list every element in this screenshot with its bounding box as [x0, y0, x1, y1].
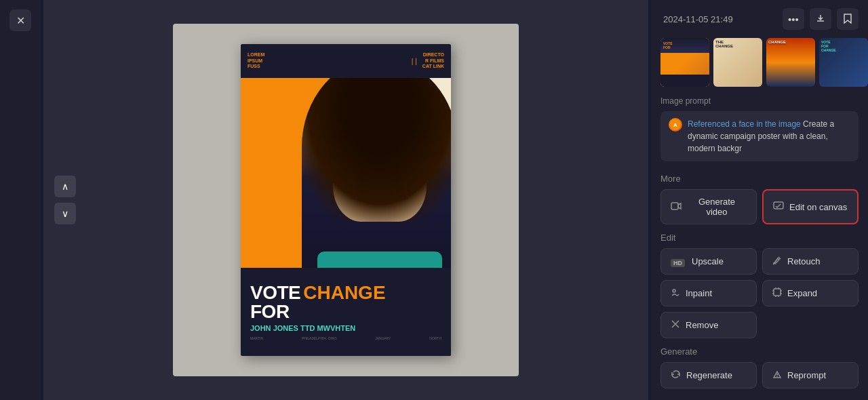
canvas-icon [773, 201, 784, 213]
image-prompt-label: Image prompt [660, 96, 859, 106]
hd-icon: HD [671, 256, 686, 267]
vote-for-text: VOTEFOR [250, 283, 300, 321]
chevron-up-icon: ∧ [62, 181, 68, 192]
download-button[interactable] [810, 8, 831, 30]
thumbnail-2[interactable]: THECHANGE [713, 38, 762, 87]
svg-rect-5 [774, 289, 781, 296]
svg-rect-2 [671, 203, 678, 209]
left-sidebar: ✕ [0, 0, 41, 400]
edit-on-canvas-button[interactable]: Edit on canvas [762, 189, 859, 224]
close-button[interactable]: ✕ [9, 9, 31, 31]
upscale-button[interactable]: HD Upscale [660, 248, 757, 275]
nav-buttons: ∧ ∨ [54, 176, 76, 224]
video-icon [671, 201, 682, 213]
prompt-highlight: Referenced a face in the image [688, 119, 801, 129]
edit-section-header: Edit [651, 230, 868, 248]
remove-label: Remove [686, 320, 718, 330]
poster-top-right: DIRECTOR FILMSCAT LINK [422, 52, 444, 69]
generate-section-header: Generate [651, 344, 868, 362]
retouch-button[interactable]: Retouch [762, 248, 859, 275]
retouch-icon [772, 256, 782, 267]
generate-video-button[interactable]: Generate video [660, 189, 757, 224]
thumbnail-4[interactable]: VOTEFORCHANGE [819, 38, 868, 87]
bookmark-icon [843, 13, 852, 26]
more-icon: ••• [788, 14, 799, 25]
regenerate-label: Regenerate [686, 370, 732, 380]
reprompt-button[interactable]: Reprompt [762, 362, 859, 388]
change-text: CHANGE [303, 283, 385, 302]
expand-button[interactable]: Expand [762, 280, 859, 306]
generate-grid: Regenerate Reprompt [651, 362, 868, 394]
inpaint-label: Inpaint [686, 288, 712, 298]
thumbnail-3[interactable]: CHANGE [766, 38, 815, 87]
regenerate-icon [671, 369, 681, 381]
upscale-label: Upscale [692, 256, 724, 266]
prompt-box: A Referenced a face in the image Create … [660, 111, 859, 161]
timestamp: 2024-11-05 21:49 [663, 14, 733, 24]
svg-text:A: A [673, 122, 677, 128]
more-options-button[interactable]: ••• [783, 8, 804, 30]
thumbnails-strip: VOTEFOR THECHANGE CHANGE VOTEFORCHANGE [651, 38, 868, 96]
generate-video-label: Generate video [687, 197, 747, 217]
chevron-down-icon: ∨ [62, 208, 68, 219]
inpaint-button[interactable]: Inpaint [660, 280, 757, 306]
svg-point-4 [673, 289, 675, 292]
candidate-name: JOHN JONES TTD MWVHTEN [250, 324, 441, 332]
expand-icon [772, 287, 782, 299]
edit-on-canvas-label: Edit on canvas [789, 202, 847, 212]
remove-button[interactable]: Remove [660, 312, 757, 338]
poster-container: LOREMIPSUMFUSS | | DIRECTOR FILMSCAT LIN… [173, 24, 519, 376]
download-icon [815, 13, 826, 26]
regenerate-button[interactable]: Regenerate [660, 362, 757, 388]
reprompt-icon [772, 369, 782, 381]
prompt-avatar: A [669, 118, 682, 132]
prompt-text: Referenced a face in the image Create a … [688, 118, 850, 155]
more-section-header: More [651, 171, 868, 189]
more-action-grid: Generate video Edit on canvas [651, 189, 868, 230]
poster-footer: MARTIN PHILADELPHIA, OHIO JANUARY NORTH [250, 336, 441, 341]
nav-up-button[interactable]: ∧ [54, 176, 76, 197]
thumbnail-1[interactable]: VOTEFOR [660, 38, 709, 87]
campaign-poster: LOREMIPSUMFUSS | | DIRECTOR FILMSCAT LIN… [241, 44, 451, 356]
close-icon: ✕ [16, 14, 25, 27]
remove-icon [671, 319, 680, 331]
reprompt-label: Reprompt [787, 370, 826, 380]
bookmark-button[interactable] [837, 8, 859, 30]
nav-down-button[interactable]: ∨ [54, 203, 76, 224]
edit-grid: HD Upscale Retouch Inpaint [651, 248, 868, 344]
poster-top-left: LOREMIPSUMFUSS [248, 52, 264, 69]
right-panel: 2024-11-05 21:49 ••• VOTEFOR [651, 0, 868, 400]
main-image-area: ∧ ∨ LOREMIPSUMFUSS | | DIRECTOR FILMSCAT… [43, 0, 648, 400]
panel-toolbar: 2024-11-05 21:49 ••• [651, 0, 868, 38]
retouch-label: Retouch [787, 256, 820, 266]
poster-bottom: VOTEFOR CHANGE JOHN JONES TTD MWVHTEN MA… [241, 268, 451, 356]
expand-label: Expand [787, 288, 817, 298]
image-prompt-section: Image prompt A Referenced a face in the … [651, 96, 868, 171]
inpaint-icon [671, 287, 680, 299]
